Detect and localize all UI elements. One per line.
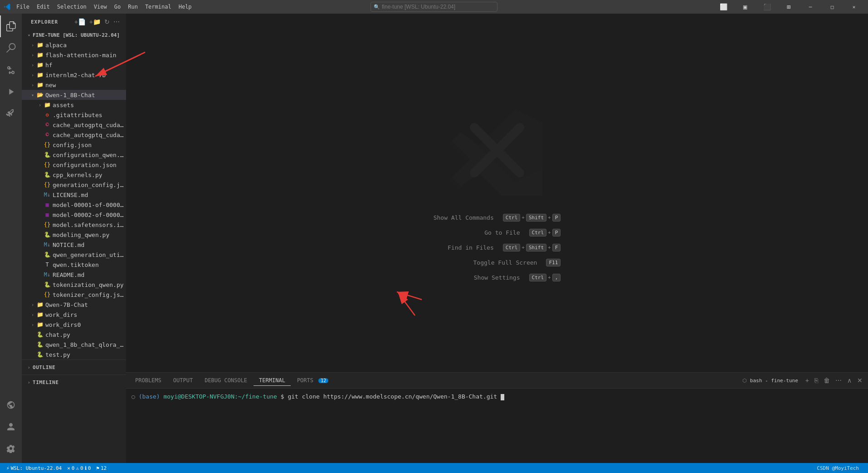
outline-arrow: › bbox=[25, 364, 33, 371]
folder-internlm[interactable]: › 📁 internlm2-chat-7b bbox=[22, 70, 126, 80]
menu-run[interactable]: Run bbox=[124, 2, 141, 12]
terminal-content[interactable]: ○ (base) moyi@DESKTOP-NVFGJ0N:~/fine-tun… bbox=[126, 389, 868, 463]
file-tree: ▾ FINE-TUNE [WSL: UBUNTU-22.04] › 📁 alpa… bbox=[22, 30, 126, 463]
close-button[interactable]: ✕ bbox=[844, 0, 864, 14]
key-shift3: Shift bbox=[526, 244, 546, 251]
menu-selection[interactable]: Selection bbox=[54, 2, 90, 12]
file-qwen-qlora[interactable]: › 🐍 qwen_1_8b_chat_qlora_alpaca_e3_... bbox=[22, 340, 126, 350]
key-comma: , bbox=[552, 274, 561, 281]
terminal-more-button[interactable]: ⋯ bbox=[834, 376, 844, 385]
file-tiktoken[interactable]: › T qwen.tiktoken bbox=[22, 260, 126, 270]
split-terminal-button[interactable]: ⎘ bbox=[813, 376, 820, 385]
tab-terminal[interactable]: TERMINAL bbox=[254, 375, 291, 386]
file-readme[interactable]: › M↓ README.md bbox=[22, 270, 126, 280]
activity-source-control[interactable] bbox=[0, 59, 22, 81]
status-ports[interactable]: ⚑ 12 bbox=[93, 463, 109, 473]
folder-assets-label: assets bbox=[53, 102, 74, 108]
activity-settings[interactable] bbox=[0, 438, 22, 459]
file-generation-config[interactable]: › {} generation_config.json bbox=[22, 180, 126, 190]
title-search-input[interactable] bbox=[371, 2, 497, 12]
activity-search[interactable] bbox=[0, 37, 22, 59]
layout-editor-icon[interactable]: ▣ bbox=[735, 0, 756, 14]
kill-terminal-button[interactable]: 🗑 bbox=[822, 376, 832, 385]
terminal-close-button[interactable]: ✕ bbox=[855, 376, 864, 385]
file-model-00002[interactable]: › ▦ model-00002-of-00002.safetens... bbox=[22, 210, 126, 220]
file-configuration-json[interactable]: › {} configuration.json bbox=[22, 160, 126, 170]
file-cache-cuda[interactable]: › © cache_autogptq_cuda_256.cpp bbox=[22, 120, 126, 130]
file-config-json[interactable]: › {} config.json bbox=[22, 140, 126, 150]
key-ctrl: Ctrl bbox=[503, 214, 521, 222]
terminal-tab-bar: PROBLEMS OUTPUT DEBUG CONSOLE TERMINAL P… bbox=[126, 373, 868, 389]
file-cache-cuda-kernel[interactable]: › © cache_autogptq_cuda_kernel_256.... bbox=[22, 130, 126, 140]
menu-terminal[interactable]: Terminal bbox=[141, 2, 175, 12]
folder-internlm-label: internlm2-chat-7b bbox=[45, 72, 106, 79]
folder-alpaca[interactable]: › 📁 alpaca bbox=[22, 40, 126, 50]
folder-qwen18b[interactable]: ▾ 📂 Qwen-1_8B-Chat bbox=[22, 90, 126, 100]
file-model-index[interactable]: › {} model.safetensors.index.json bbox=[22, 220, 126, 230]
timeline-header[interactable]: › TIMELINE bbox=[22, 377, 126, 388]
menu-help[interactable]: Help bbox=[175, 2, 195, 12]
new-folder-button[interactable]: +📁 bbox=[88, 17, 102, 26]
menu-edit[interactable]: Edit bbox=[33, 2, 54, 12]
title-search-wrap[interactable]: 🔍 bbox=[371, 2, 497, 12]
activity-account[interactable] bbox=[0, 416, 22, 438]
folder-workdirs[interactable]: › 📁 work_dirs bbox=[22, 310, 126, 320]
layout-sidebar-icon[interactable]: ⬜ bbox=[713, 0, 734, 14]
shortcut-fullscreen: Toggle Full Screen F11 bbox=[473, 259, 561, 266]
new-file-button[interactable]: +📄 bbox=[73, 17, 87, 26]
py-icon: 🐍 bbox=[36, 331, 44, 338]
layout-custom-icon[interactable]: ⊞ bbox=[778, 0, 799, 14]
py-icon: 🐍 bbox=[44, 231, 51, 238]
folder-flash-attention[interactable]: › 📁 flash-attention-main bbox=[22, 50, 126, 60]
workspace-root[interactable]: ▾ FINE-TUNE [WSL: UBUNTU-22.04] bbox=[22, 30, 126, 40]
tab-problems[interactable]: PROBLEMS bbox=[130, 375, 167, 386]
folder-hf[interactable]: › 📁 hf bbox=[22, 60, 126, 70]
tab-ports[interactable]: PORTS 12 bbox=[292, 375, 334, 386]
folder-new[interactable]: › 📁 new bbox=[22, 80, 126, 90]
activity-remote-explorer[interactable] bbox=[0, 394, 22, 416]
folder-qwen7b[interactable]: › 📁 Qwen-7B-Chat bbox=[22, 300, 126, 310]
menu-go[interactable]: Go bbox=[111, 2, 124, 12]
file-chat-py[interactable]: › 🐍 chat.py bbox=[22, 330, 126, 340]
file-gitattributes[interactable]: › ⚙ .gitattributes bbox=[22, 110, 126, 120]
file-qwen-gen-utils-label: qwen_generation_utils.py bbox=[53, 251, 126, 258]
maximize-button[interactable]: □ bbox=[822, 0, 843, 14]
toggle-fullscreen-label: Toggle Full Screen bbox=[473, 259, 537, 266]
file-config-json-label: config.json bbox=[53, 142, 92, 148]
folder-workdirs0[interactable]: › 📁 work_dirs0 bbox=[22, 320, 126, 330]
menu-view[interactable]: View bbox=[90, 2, 111, 12]
file-cpp-kernels[interactable]: › 🐍 cpp_kernels.py bbox=[22, 170, 126, 180]
layout-panel-icon[interactable]: ⬛ bbox=[756, 0, 777, 14]
refresh-button[interactable]: ↻ bbox=[103, 17, 111, 26]
file-test-py[interactable]: › 🐍 test.py bbox=[22, 350, 126, 360]
terminal-line-1: ○ (base) moyi@DESKTOP-NVFGJ0N:~/fine-tun… bbox=[132, 392, 863, 401]
new-terminal-button[interactable]: + bbox=[804, 376, 811, 385]
folder-assets[interactable]: › 📁 assets bbox=[22, 100, 126, 110]
activity-explorer[interactable] bbox=[0, 15, 22, 37]
status-wsl[interactable]: ⚡ WSL: Ubuntu-22.04 bbox=[4, 463, 64, 473]
activity-run-debug[interactable] bbox=[0, 81, 22, 103]
file-tokenizer-config-label: tokenizer_config.json bbox=[53, 291, 126, 298]
file-model-00001[interactable]: › ▦ model-00001-of-00002.safetens... bbox=[22, 200, 126, 210]
tab-debug-console[interactable]: DEBUG CONSOLE bbox=[199, 375, 253, 386]
outline-header[interactable]: › OUTLINE bbox=[22, 362, 126, 373]
folder-assets-arrow: › bbox=[36, 101, 44, 108]
explorer-title: EXPLORER bbox=[31, 19, 58, 25]
file-tokenizer-config[interactable]: › {} tokenizer_config.json bbox=[22, 290, 126, 300]
folder-qwen7b-label: Qwen-7B-Chat bbox=[45, 301, 88, 308]
file-qwen-gen-utils[interactable]: › 🐍 qwen_generation_utils.py bbox=[22, 250, 126, 260]
menu-file[interactable]: File bbox=[13, 2, 33, 12]
minimize-button[interactable]: ─ bbox=[800, 0, 821, 14]
activity-extensions[interactable] bbox=[0, 103, 22, 124]
file-configuration-py[interactable]: › 🐍 configuration_qwen.py bbox=[22, 150, 126, 160]
folder-icon: 📁 bbox=[36, 311, 44, 318]
tab-output[interactable]: OUTPUT bbox=[168, 375, 198, 386]
terminal-maximize-button[interactable]: ∧ bbox=[845, 376, 853, 385]
workspace-arrow: ▾ bbox=[25, 31, 33, 39]
status-errors[interactable]: ✕ 0 ⚠ 0 ℹ 0 bbox=[64, 463, 93, 473]
file-modeling-py[interactable]: › 🐍 modeling_qwen.py bbox=[22, 230, 126, 240]
file-notice[interactable]: › M↓ NOTICE.md bbox=[22, 240, 126, 250]
file-tokenization-py[interactable]: › 🐍 tokenization_qwen.py bbox=[22, 280, 126, 290]
file-license[interactable]: › M↓ LICENSE.md bbox=[22, 190, 126, 200]
more-actions-button[interactable]: ⋯ bbox=[112, 17, 121, 26]
